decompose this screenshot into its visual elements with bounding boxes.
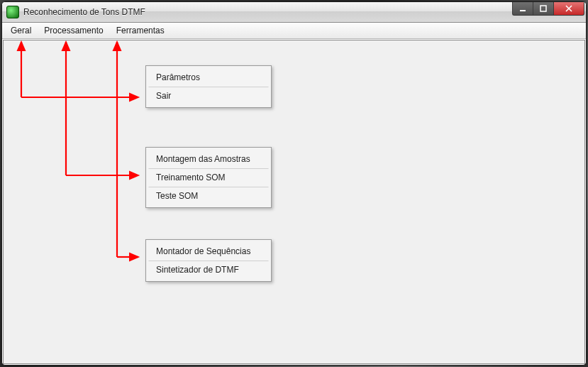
- maximize-button[interactable]: [533, 2, 553, 16]
- menuitem-sintetizador-dtmf[interactable]: Sintetizador de DTMF: [148, 261, 269, 279]
- menuitem-teste-som[interactable]: Teste SOM: [148, 187, 269, 205]
- window-controls: [512, 2, 584, 16]
- menu-geral[interactable]: Geral: [5, 23, 37, 38]
- minimize-icon: [519, 5, 526, 12]
- app-window: Reconhecimento de Tons DTMF Geral Proces…: [1, 1, 587, 366]
- window-title: Reconhecimento de Tons DTMF: [23, 7, 512, 17]
- submenu-geral: Parâmetros Sair: [145, 65, 272, 108]
- client-area: Parâmetros Sair Montagem das Amostras Tr…: [3, 40, 585, 364]
- menuitem-montador-sequencias[interactable]: Montador de Sequências: [148, 242, 269, 261]
- menuitem-montagem-amostras[interactable]: Montagem das Amostras: [148, 150, 269, 168]
- menuitem-parametros[interactable]: Parâmetros: [148, 68, 269, 87]
- app-icon: [6, 6, 19, 18]
- svg-rect-1: [540, 6, 546, 11]
- annotation-arrows: [4, 40, 584, 363]
- submenu-processamento: Montagem das Amostras Treinamento SOM Te…: [145, 147, 272, 208]
- menu-ferramentas[interactable]: Ferramentas: [111, 23, 170, 38]
- menu-processamento[interactable]: Processamento: [38, 23, 109, 38]
- submenu-ferramentas: Montador de Sequências Sintetizador de D…: [145, 239, 272, 282]
- close-icon: [565, 5, 572, 12]
- menuitem-sair[interactable]: Sair: [148, 87, 269, 105]
- menuitem-treinamento-som[interactable]: Treinamento SOM: [148, 168, 269, 187]
- menubar: Geral Processamento Ferramentas: [2, 23, 586, 39]
- svg-rect-0: [520, 10, 526, 11]
- titlebar[interactable]: Reconhecimento de Tons DTMF: [2, 2, 586, 23]
- maximize-icon: [540, 5, 547, 12]
- minimize-button[interactable]: [512, 2, 533, 16]
- close-button[interactable]: [553, 2, 584, 16]
